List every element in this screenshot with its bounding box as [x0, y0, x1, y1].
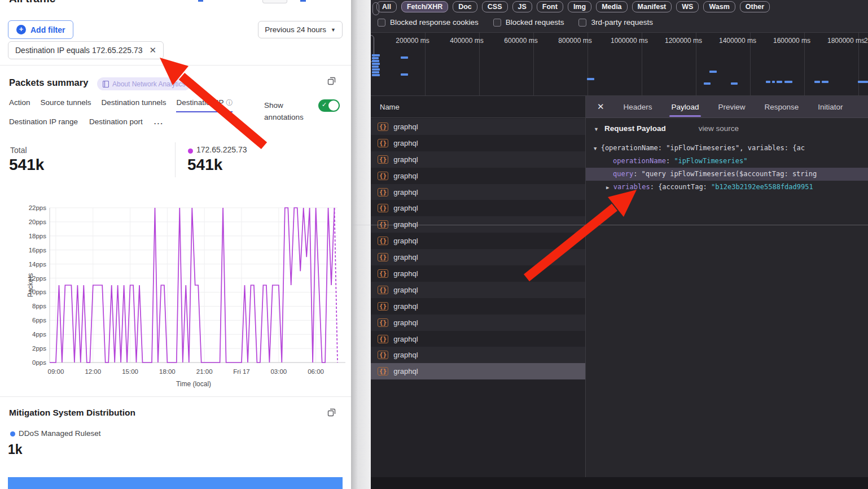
triangle-right-icon[interactable]: ▶	[606, 185, 609, 190]
request-row[interactable]: {}graphql	[371, 184, 585, 200]
request-row[interactable]: {}graphql	[371, 200, 585, 216]
request-name: graphql	[393, 367, 418, 376]
filter-pill-manifest[interactable]: Manifest	[632, 1, 672, 12]
checkbox-3rd-party-requests[interactable]: 3rd-party requests	[578, 18, 653, 27]
devtools-network-panel: AllFetch/XHRDocCSSJSFontImgMediaManifest…	[371, 0, 868, 489]
divider	[0, 65, 351, 66]
request-timing-mark	[858, 81, 868, 83]
json-braces-icon: {}	[378, 335, 388, 343]
filter-pill-img[interactable]: Img	[568, 1, 591, 12]
request-detail-panel: ✕ HeadersPayloadPreviewResponseInitiator…	[586, 96, 868, 477]
x-tick-label: 21:00	[196, 368, 213, 375]
request-timing-mark	[372, 66, 379, 68]
filter-pill-fetch-xhr[interactable]: Fetch/XHR	[401, 1, 448, 12]
add-filter-button[interactable]: + Add filter	[8, 20, 73, 39]
checkbox-blocked-requests[interactable]: Blocked requests	[493, 18, 564, 27]
detail-tab-headers[interactable]: Headers	[624, 96, 652, 117]
request-row[interactable]: {}graphql	[371, 315, 585, 331]
filter-pill-ws[interactable]: WS	[676, 1, 699, 12]
filter-pill-css[interactable]: CSS	[482, 1, 508, 12]
json-braces-icon: {}	[378, 155, 388, 164]
packets-timeseries-chart: 0pps2pps4pps6pps8pps10pps12pps14pps16pps…	[0, 199, 351, 388]
y-tick-label: 20pps	[29, 219, 47, 225]
tab-destination-tunnels[interactable]: Destination tunnels	[102, 98, 166, 112]
filter-pill-all[interactable]: All	[376, 1, 397, 12]
request-row[interactable]: {}graphql	[371, 233, 585, 249]
name-column-header[interactable]: Name	[371, 96, 585, 118]
request-timing-mark	[372, 71, 379, 73]
triangle-down-icon[interactable]: ▼	[594, 126, 599, 132]
tab-destination-ip-range[interactable]: Destination IP range	[9, 117, 78, 126]
popout-icon[interactable]	[327, 77, 336, 85]
show-annotations-toggle[interactable]: ✓	[318, 99, 340, 112]
timeline-tick-label: 1400000 ms	[719, 37, 756, 45]
request-timing-mark	[704, 82, 711, 85]
request-row[interactable]: {}graphql	[371, 249, 585, 265]
tab-destination-port[interactable]: Destination port	[89, 117, 143, 126]
request-row[interactable]: {}graphql	[371, 265, 585, 282]
checkbox-blocked-response-cookies[interactable]: Blocked response cookies	[378, 18, 479, 27]
x-tick-label: 06:00	[308, 368, 324, 375]
packets-summary-title: Packets summary	[9, 77, 88, 88]
y-tick-label: 4pps	[32, 331, 46, 338]
filter-pill-font[interactable]: Font	[537, 1, 563, 12]
filter-pill-media[interactable]: Media	[596, 1, 627, 12]
packets-series-line	[50, 208, 335, 363]
detail-tab-preview[interactable]: Preview	[718, 96, 745, 117]
request-row[interactable]: {}graphql	[371, 363, 585, 379]
request-timing-mark	[372, 57, 379, 59]
request-timing-mark	[766, 81, 770, 83]
mitigation-value: 1k	[8, 442, 23, 457]
tabs-overflow-button[interactable]: ...	[154, 117, 164, 126]
payload-variables-line[interactable]: ▶ variables: {accountTag: "b12e3b2192ee5…	[586, 181, 868, 194]
json-braces-icon: {}	[378, 172, 388, 180]
json-braces-icon: {}	[378, 351, 388, 359]
request-row[interactable]: {}graphql	[371, 168, 585, 184]
analytics-panel: All traffic + Add filter Previous 24 hou…	[0, 0, 351, 489]
filter-pill-other[interactable]: Other	[740, 1, 770, 12]
json-braces-icon: {}	[378, 253, 388, 261]
timeline-tick-label: 1000000 ms	[611, 37, 648, 45]
payload-summary-line[interactable]: ▼ {operationName: "ipFlowTimeseries", va…	[586, 142, 868, 155]
request-row[interactable]: {}graphql	[371, 135, 585, 151]
popout-icon[interactable]	[327, 408, 336, 417]
tab-source-tunnels[interactable]: Source tunnels	[41, 98, 91, 112]
request-row[interactable]: {}graphql	[371, 151, 585, 168]
request-row[interactable]: {}graphql	[371, 298, 585, 315]
request-row[interactable]: {}graphql	[371, 282, 585, 298]
chevron-down-icon: ▼	[331, 27, 336, 33]
request-row[interactable]: {}graphql	[371, 331, 585, 347]
clipped-header-fragment	[198, 0, 203, 2]
filter-pill-doc[interactable]: Doc	[453, 1, 477, 12]
tab-destination-ip[interactable]: Destination IPⓘ	[176, 98, 233, 112]
filter-pill-wasm[interactable]: Wasm	[703, 1, 735, 12]
network-overview-timeline[interactable]: 200000 ms400000 ms600000 ms800000 ms1000…	[371, 33, 868, 96]
payload-query-line[interactable]: query: "query ipFlowTimeseries($accountT…	[586, 168, 868, 181]
view-source-link[interactable]: view source	[699, 124, 739, 133]
request-timing-mark	[784, 81, 792, 83]
request-name: graphql	[393, 286, 418, 294]
y-tick-label: 6pps	[32, 317, 46, 324]
filter-chip[interactable]: Destination IP equals 172.65.225.73 ✕	[8, 41, 164, 59]
json-braces-icon: {}	[378, 204, 388, 212]
time-range-dropdown[interactable]: Previous 24 hours ▼	[258, 21, 343, 38]
timeline-tick-label: 800000 ms	[558, 37, 591, 45]
request-row[interactable]: {}graphql	[371, 347, 585, 363]
request-timing-mark	[372, 68, 380, 71]
detail-tab-initiator[interactable]: Initiator	[818, 96, 843, 117]
json-braces-icon: {}	[378, 123, 388, 131]
detail-tab-response[interactable]: Response	[764, 96, 799, 117]
request-row[interactable]: {}graphql	[371, 119, 585, 135]
close-icon[interactable]: ✕	[597, 102, 604, 112]
dimension-tabs-row2: Destination IP rangeDestination port...	[9, 117, 164, 126]
y-tick-label: 2pps	[32, 345, 46, 352]
filter-pill-js[interactable]: JS	[512, 1, 532, 12]
json-braces-icon: {}	[378, 367, 388, 376]
tab-action[interactable]: Action	[9, 98, 30, 112]
background-window-edge	[351, 225, 868, 225]
mitigation-title: Mitigation System Distribution	[9, 408, 135, 418]
book-icon	[103, 81, 109, 88]
detail-tab-payload[interactable]: Payload	[672, 96, 699, 117]
about-network-analytics-badge[interactable]: About Network Analytics	[97, 77, 191, 90]
remove-filter-icon[interactable]: ✕	[149, 45, 156, 55]
